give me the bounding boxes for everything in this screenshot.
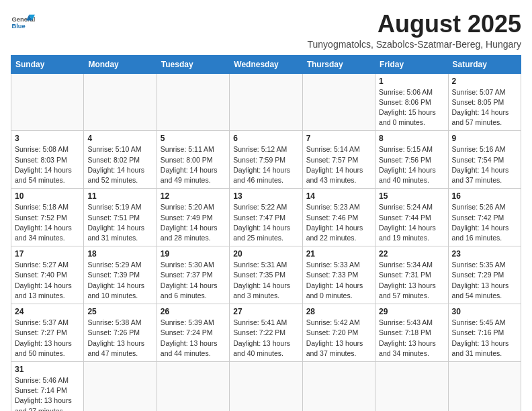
- day-info: Sunrise: 5:24 AM Sunset: 7:44 PM Dayligh…: [379, 202, 444, 243]
- day-info: Sunrise: 5:35 AM Sunset: 7:29 PM Dayligh…: [452, 260, 517, 301]
- day-number: 19: [161, 249, 226, 259]
- calendar-cell: 10Sunrise: 5:18 AM Sunset: 7:52 PM Dayli…: [11, 189, 84, 246]
- day-number: 29: [379, 307, 444, 316]
- calendar-cell: 18Sunrise: 5:29 AM Sunset: 7:39 PM Dayli…: [84, 246, 157, 304]
- calendar-cell: 14Sunrise: 5:23 AM Sunset: 7:46 PM Dayli…: [302, 189, 375, 246]
- day-number: 9: [452, 134, 517, 143]
- page-header: General Blue August 2025 Tunyogmatolcs, …: [11, 11, 521, 50]
- calendar-week-row: 17Sunrise: 5:27 AM Sunset: 7:40 PM Dayli…: [11, 246, 521, 304]
- calendar-cell: 26Sunrise: 5:39 AM Sunset: 7:24 PM Dayli…: [157, 304, 229, 362]
- day-info: Sunrise: 5:11 AM Sunset: 8:00 PM Dayligh…: [161, 144, 226, 185]
- day-info: Sunrise: 5:16 AM Sunset: 7:54 PM Dayligh…: [452, 144, 517, 185]
- title-block: August 2025 Tunyogmatolcs, Szabolcs-Szat…: [308, 11, 522, 50]
- day-number: 16: [452, 191, 517, 201]
- calendar-cell: 21Sunrise: 5:33 AM Sunset: 7:33 PM Dayli…: [302, 246, 375, 304]
- day-info: Sunrise: 5:39 AM Sunset: 7:24 PM Dayligh…: [161, 318, 226, 359]
- day-number: 27: [233, 307, 298, 316]
- calendar-cell: [375, 361, 448, 411]
- calendar-cell: 8Sunrise: 5:15 AM Sunset: 7:56 PM Daylig…: [375, 131, 448, 189]
- day-number: 12: [161, 191, 226, 201]
- calendar-cell: [157, 73, 229, 131]
- calendar-week-row: 24Sunrise: 5:37 AM Sunset: 7:27 PM Dayli…: [11, 304, 521, 362]
- day-number: 11: [87, 191, 152, 201]
- calendar-cell: 31Sunrise: 5:46 AM Sunset: 7:14 PM Dayli…: [11, 361, 84, 411]
- day-info: Sunrise: 5:26 AM Sunset: 7:42 PM Dayligh…: [452, 202, 517, 243]
- calendar-cell: 2Sunrise: 5:07 AM Sunset: 8:05 PM Daylig…: [448, 73, 521, 131]
- day-number: 5: [161, 134, 226, 143]
- calendar-cell: [302, 361, 375, 411]
- day-info: Sunrise: 5:23 AM Sunset: 7:46 PM Dayligh…: [306, 202, 371, 243]
- calendar-cell: [230, 73, 302, 131]
- day-number: 24: [15, 307, 80, 316]
- weekday-header: Monday: [84, 55, 157, 73]
- day-number: 25: [87, 307, 152, 316]
- day-number: 3: [15, 134, 80, 143]
- calendar-week-row: 3Sunrise: 5:08 AM Sunset: 8:03 PM Daylig…: [11, 131, 521, 189]
- calendar-cell: 7Sunrise: 5:14 AM Sunset: 7:57 PM Daylig…: [302, 131, 375, 189]
- calendar-cell: 11Sunrise: 5:19 AM Sunset: 7:51 PM Dayli…: [84, 189, 157, 246]
- day-number: 4: [87, 134, 152, 143]
- day-number: 7: [306, 134, 371, 143]
- weekday-header: Tuesday: [157, 55, 229, 73]
- calendar-week-row: 10Sunrise: 5:18 AM Sunset: 7:52 PM Dayli…: [11, 189, 521, 246]
- logo: General Blue: [11, 11, 35, 35]
- day-info: Sunrise: 5:31 AM Sunset: 7:35 PM Dayligh…: [233, 260, 298, 301]
- calendar-cell: [230, 361, 302, 411]
- day-number: 28: [306, 307, 371, 316]
- calendar-cell: 17Sunrise: 5:27 AM Sunset: 7:40 PM Dayli…: [11, 246, 84, 304]
- calendar-cell: 30Sunrise: 5:45 AM Sunset: 7:16 PM Dayli…: [448, 304, 521, 362]
- calendar-title: August 2025: [308, 11, 522, 38]
- calendar-cell: 27Sunrise: 5:41 AM Sunset: 7:22 PM Dayli…: [230, 304, 302, 362]
- day-info: Sunrise: 5:19 AM Sunset: 7:51 PM Dayligh…: [87, 202, 152, 243]
- calendar-cell: 3Sunrise: 5:08 AM Sunset: 8:03 PM Daylig…: [11, 131, 84, 189]
- calendar-cell: [157, 361, 229, 411]
- weekday-header: Friday: [375, 55, 448, 73]
- calendar-table: SundayMondayTuesdayWednesdayThursdayFrid…: [11, 55, 521, 411]
- day-number: 17: [15, 249, 80, 259]
- day-info: Sunrise: 5:41 AM Sunset: 7:22 PM Dayligh…: [233, 318, 298, 359]
- day-number: 21: [306, 249, 371, 259]
- day-info: Sunrise: 5:43 AM Sunset: 7:18 PM Dayligh…: [379, 318, 444, 359]
- calendar-cell: 4Sunrise: 5:10 AM Sunset: 8:02 PM Daylig…: [84, 131, 157, 189]
- weekday-header: Sunday: [11, 55, 84, 73]
- day-number: 2: [452, 77, 517, 86]
- weekday-header: Saturday: [448, 55, 521, 73]
- calendar-cell: 15Sunrise: 5:24 AM Sunset: 7:44 PM Dayli…: [375, 189, 448, 246]
- day-info: Sunrise: 5:15 AM Sunset: 7:56 PM Dayligh…: [379, 144, 444, 185]
- calendar-cell: 20Sunrise: 5:31 AM Sunset: 7:35 PM Dayli…: [230, 246, 302, 304]
- day-number: 23: [452, 249, 517, 259]
- calendar-cell: [11, 73, 84, 131]
- svg-text:Blue: Blue: [11, 23, 25, 30]
- day-number: 10: [15, 191, 80, 201]
- day-info: Sunrise: 5:08 AM Sunset: 8:03 PM Dayligh…: [15, 144, 80, 185]
- calendar-week-row: 31Sunrise: 5:46 AM Sunset: 7:14 PM Dayli…: [11, 361, 521, 411]
- day-number: 26: [161, 307, 226, 316]
- calendar-cell: 12Sunrise: 5:20 AM Sunset: 7:49 PM Dayli…: [157, 189, 229, 246]
- day-number: 30: [452, 307, 517, 316]
- calendar-cell: [448, 361, 521, 411]
- day-info: Sunrise: 5:22 AM Sunset: 7:47 PM Dayligh…: [233, 202, 298, 243]
- day-info: Sunrise: 5:20 AM Sunset: 7:49 PM Dayligh…: [161, 202, 226, 243]
- calendar-header: SundayMondayTuesdayWednesdayThursdayFrid…: [11, 55, 521, 73]
- day-number: 14: [306, 191, 371, 201]
- calendar-body: 1Sunrise: 5:06 AM Sunset: 8:06 PM Daylig…: [11, 73, 521, 411]
- calendar-cell: 28Sunrise: 5:42 AM Sunset: 7:20 PM Dayli…: [302, 304, 375, 362]
- calendar-cell: 25Sunrise: 5:38 AM Sunset: 7:26 PM Dayli…: [84, 304, 157, 362]
- day-info: Sunrise: 5:18 AM Sunset: 7:52 PM Dayligh…: [15, 202, 80, 243]
- day-number: 22: [379, 249, 444, 259]
- day-info: Sunrise: 5:06 AM Sunset: 8:06 PM Dayligh…: [379, 87, 444, 128]
- calendar-cell: 13Sunrise: 5:22 AM Sunset: 7:47 PM Dayli…: [230, 189, 302, 246]
- calendar-cell: 5Sunrise: 5:11 AM Sunset: 8:00 PM Daylig…: [157, 131, 229, 189]
- calendar-cell: 6Sunrise: 5:12 AM Sunset: 7:59 PM Daylig…: [230, 131, 302, 189]
- day-info: Sunrise: 5:12 AM Sunset: 7:59 PM Dayligh…: [233, 144, 298, 185]
- day-number: 1: [379, 77, 444, 86]
- day-number: 15: [379, 191, 444, 201]
- day-number: 31: [15, 365, 80, 374]
- day-info: Sunrise: 5:29 AM Sunset: 7:39 PM Dayligh…: [87, 260, 152, 301]
- calendar-cell: 19Sunrise: 5:30 AM Sunset: 7:37 PM Dayli…: [157, 246, 229, 304]
- calendar-cell: 23Sunrise: 5:35 AM Sunset: 7:29 PM Dayli…: [448, 246, 521, 304]
- calendar-cell: 22Sunrise: 5:34 AM Sunset: 7:31 PM Dayli…: [375, 246, 448, 304]
- calendar-cell: [302, 73, 375, 131]
- calendar-subtitle: Tunyogmatolcs, Szabolcs-Szatmar-Bereg, H…: [308, 39, 522, 50]
- day-info: Sunrise: 5:38 AM Sunset: 7:26 PM Dayligh…: [87, 318, 152, 359]
